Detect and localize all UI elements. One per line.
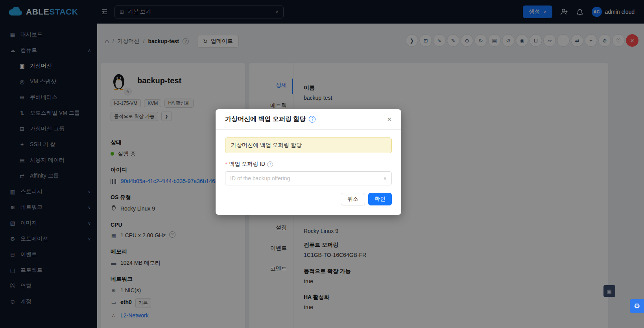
- settings-gear-button[interactable]: ⚙: [630, 299, 644, 313]
- field-info-icon[interactable]: i: [267, 161, 273, 167]
- chevron-down-icon: ∨: [383, 176, 387, 181]
- cancel-button[interactable]: 취소: [341, 193, 365, 205]
- backup-offering-select[interactable]: ID of the backup offering ∨: [225, 171, 392, 185]
- modal-help-icon[interactable]: ?: [309, 116, 316, 123]
- modal-title: 가상머신에 백업 오퍼링 할당: [225, 115, 306, 123]
- modal-close-button[interactable]: ✕: [387, 116, 392, 123]
- assign-backup-offering-modal: 가상머신에 백업 오퍼링 할당 ? ✕ 가상머신에 백업 오퍼링 할당 * 백업…: [216, 109, 401, 215]
- ok-button[interactable]: 확인: [368, 193, 392, 205]
- required-asterisk: *: [225, 161, 227, 167]
- backup-offering-id-label: 백업 오퍼링 ID: [229, 161, 265, 168]
- select-placeholder: ID of the backup offering: [230, 175, 290, 181]
- modal-info-alert: 가상머신에 백업 오퍼링 할당: [225, 137, 392, 153]
